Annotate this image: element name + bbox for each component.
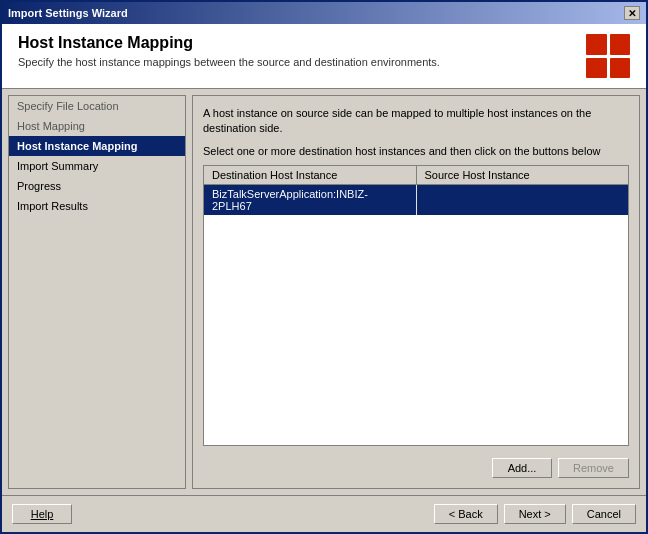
sidebar-item-host-mapping[interactable]: Host Mapping <box>9 116 185 136</box>
description-text: A host instance on source side can be ma… <box>203 106 629 137</box>
table-button-row: Add... Remove <box>203 458 629 478</box>
add-button[interactable]: Add... <box>492 458 552 478</box>
title-bar: Import Settings Wizard ✕ <box>2 2 646 24</box>
close-button[interactable]: ✕ <box>624 6 640 20</box>
page-subtitle: Specify the host instance mappings betwe… <box>18 56 586 68</box>
logo-icon <box>586 34 630 78</box>
remove-button[interactable]: Remove <box>558 458 629 478</box>
main-window: Import Settings Wizard ✕ Host Instance M… <box>0 0 648 534</box>
sidebar-item-host-instance-mapping[interactable]: Host Instance Mapping <box>9 136 185 156</box>
host-instance-table: Destination Host Instance Source Host In… <box>203 165 629 446</box>
logo-square-2 <box>610 34 631 55</box>
help-label: Help <box>31 508 54 520</box>
main-panel: A host instance on source side can be ma… <box>192 95 640 489</box>
sidebar-item-import-results[interactable]: Import Results <box>9 196 185 216</box>
window-title: Import Settings Wizard <box>8 7 128 19</box>
sidebar-item-specify-file-location[interactable]: Specify File Location <box>9 96 185 116</box>
table-header: Destination Host Instance Source Host In… <box>204 166 628 185</box>
back-button[interactable]: < Back <box>434 504 498 524</box>
sidebar: Specify File Location Host Mapping Host … <box>8 95 186 489</box>
cell-destination: BizTalkServerApplication:INBIZ-2PLH67 <box>204 185 417 215</box>
content-area: Specify File Location Host Mapping Host … <box>2 89 646 495</box>
page-title: Host Instance Mapping <box>18 34 586 52</box>
footer: Help < Back Next > Cancel <box>2 495 646 532</box>
column-source: Source Host Instance <box>417 166 629 184</box>
help-button[interactable]: Help <box>12 504 72 524</box>
sidebar-item-import-summary[interactable]: Import Summary <box>9 156 185 176</box>
table-row[interactable]: BizTalkServerApplication:INBIZ-2PLH67 <box>204 185 628 215</box>
sidebar-item-progress[interactable]: Progress <box>9 176 185 196</box>
logo-square-1 <box>586 34 607 55</box>
column-destination: Destination Host Instance <box>204 166 417 184</box>
header-section: Host Instance Mapping Specify the host i… <box>2 24 646 89</box>
logo-square-4 <box>610 58 631 79</box>
instruction-text: Select one or more destination host inst… <box>203 145 629 157</box>
header-text: Host Instance Mapping Specify the host i… <box>18 34 586 68</box>
cell-source <box>417 185 629 215</box>
footer-nav-buttons: < Back Next > Cancel <box>434 504 636 524</box>
next-button[interactable]: Next > <box>504 504 566 524</box>
table-body: BizTalkServerApplication:INBIZ-2PLH67 <box>204 185 628 445</box>
cancel-button[interactable]: Cancel <box>572 504 636 524</box>
logo-square-3 <box>586 58 607 79</box>
